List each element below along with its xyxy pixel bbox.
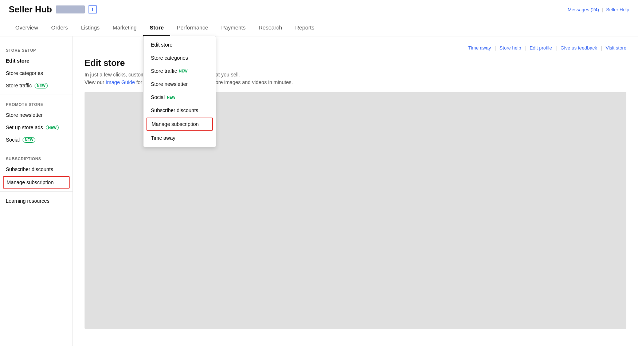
nav-listings[interactable]: Listings xyxy=(74,19,106,36)
messages-link[interactable]: Messages (24) xyxy=(568,7,599,12)
nav-performance[interactable]: Performance xyxy=(170,19,215,36)
new-badge-traffic: NEW xyxy=(179,69,187,73)
ebay-icon: f xyxy=(89,5,97,13)
nav-orders[interactable]: Orders xyxy=(45,19,75,36)
sidebar: STORE SETUP Edit store Store categories … xyxy=(0,36,73,346)
sidebar-item-store-newsletter[interactable]: Store newsletter xyxy=(0,109,73,121)
dropdown-store-newsletter[interactable]: Store newsletter xyxy=(144,78,216,91)
nav-payments[interactable]: Payments xyxy=(215,19,252,36)
nav-reports[interactable]: Reports xyxy=(289,19,321,36)
edit-profile-link[interactable]: Edit profile xyxy=(530,45,552,51)
dropdown-store-categories[interactable]: Store categories xyxy=(144,51,216,64)
logo-area: Seller Hub f xyxy=(9,4,97,15)
sidebar-item-manage-subscription[interactable]: Manage subscription xyxy=(3,176,70,189)
sidebar-item-set-up-store-ads[interactable]: Set up store ads NEW xyxy=(0,121,73,134)
new-badge-social-sidebar: NEW xyxy=(23,137,35,143)
give-feedback-link[interactable]: Give us feedback xyxy=(560,45,597,51)
sidebar-item-store-traffic[interactable]: Store traffic NEW xyxy=(0,79,73,92)
dropdown-store-traffic[interactable]: Store trafficNEW xyxy=(144,64,216,78)
new-badge-social: NEW xyxy=(167,95,175,99)
top-bar: Seller Hub f Messages (24) | Seller Help xyxy=(0,0,638,19)
nav-research[interactable]: Research xyxy=(252,19,289,36)
desc-text-2: View our xyxy=(85,79,106,85)
dropdown-manage-subscription[interactable]: Manage subscription xyxy=(146,118,213,131)
dropdown-time-away[interactable]: Time away xyxy=(144,131,216,145)
sidebar-item-subscriber-discounts[interactable]: Subscriber discounts xyxy=(0,163,73,175)
store-name-badge xyxy=(56,5,85,13)
dropdown-edit-store[interactable]: Edit store xyxy=(144,38,216,51)
divider-4: | xyxy=(601,45,602,51)
nav-store-wrapper: Store Edit store Store categories Store … xyxy=(143,19,170,36)
sidebar-section-store-setup: STORE SETUP xyxy=(0,44,73,55)
sidebar-divider-1 xyxy=(0,95,73,95)
page-layout: STORE SETUP Edit store Store categories … xyxy=(0,36,638,346)
divider-2: | xyxy=(525,45,526,51)
divider-1: | xyxy=(494,45,496,51)
sidebar-divider-2 xyxy=(0,149,73,149)
dropdown-social[interactable]: SocialNEW xyxy=(144,91,216,104)
seller-help-link[interactable]: Seller Help xyxy=(606,7,629,12)
nav-marketing[interactable]: Marketing xyxy=(106,19,143,36)
sidebar-item-store-categories[interactable]: Store categories xyxy=(0,67,73,79)
sidebar-item-learning-resources[interactable]: Learning resources xyxy=(0,195,73,207)
sidebar-section-promote-store: PROMOTE STORE xyxy=(0,98,73,109)
nav-overview[interactable]: Overview xyxy=(9,19,45,36)
nav-bar: Overview Orders Listings Marketing Store… xyxy=(0,19,638,36)
sidebar-item-edit-store[interactable]: Edit store xyxy=(0,55,73,67)
time-away-link[interactable]: Time away xyxy=(468,45,491,51)
dropdown-subscriber-discounts[interactable]: Subscriber discounts xyxy=(144,104,216,117)
divider: | xyxy=(602,7,603,12)
store-dropdown: Edit store Store categories Store traffi… xyxy=(143,36,216,147)
store-help-link[interactable]: Store help xyxy=(500,45,521,51)
nav-store[interactable]: Store xyxy=(143,19,170,36)
visit-store-link[interactable]: Visit store xyxy=(606,45,626,51)
sidebar-section-subscriptions: SUBSCRIPTIONS xyxy=(0,152,73,163)
site-title: Seller Hub xyxy=(9,4,52,15)
divider-3: | xyxy=(556,45,557,51)
sidebar-item-social[interactable]: Social NEW xyxy=(0,134,73,146)
image-guide-link[interactable]: Image Guide xyxy=(106,79,135,85)
top-right-links: Messages (24) | Seller Help xyxy=(568,7,629,12)
new-badge-store-ads: NEW xyxy=(46,125,59,130)
new-badge-store-traffic: NEW xyxy=(35,83,47,88)
sidebar-divider-3 xyxy=(0,191,73,192)
